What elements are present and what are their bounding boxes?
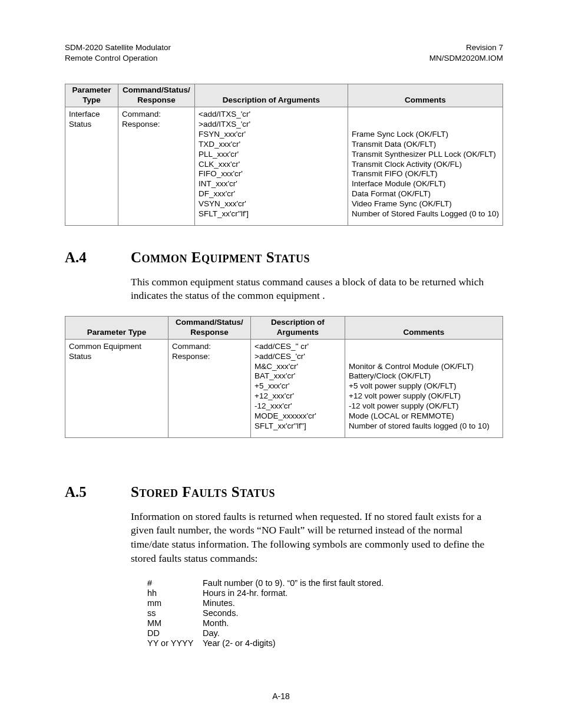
table-row: Interface Status Command: Response: <add… bbox=[65, 107, 503, 226]
table-row: Common Equipment Status Command: Respons… bbox=[65, 339, 503, 437]
header-right-line2: MN/SDM2020M.IOM bbox=[429, 53, 503, 64]
section-title: Stored Faults Status bbox=[131, 484, 275, 500]
page: SDM-2020 Satellite Modulator Remote Cont… bbox=[0, 0, 562, 728]
symbol-value: Minutes. bbox=[203, 598, 235, 608]
t1-csr: Command: Response: bbox=[118, 107, 195, 226]
t2-param: Common Equipment Status bbox=[65, 339, 168, 437]
section-title: Common Equipment Status bbox=[131, 249, 310, 266]
section-number: A.5 bbox=[65, 484, 131, 500]
symbol-key: YY or YYYY bbox=[147, 638, 203, 648]
symbol-row: DDDay. bbox=[147, 628, 503, 638]
symbol-definitions: #Fault number (0 to 9). “0” is the first… bbox=[147, 578, 503, 648]
symbol-row: YY or YYYYYear (2- or 4-digits) bbox=[147, 638, 503, 648]
t2-h-comments: Comments bbox=[345, 317, 503, 340]
symbol-value: Year (2- or 4-digits) bbox=[203, 638, 276, 648]
symbol-key: mm bbox=[147, 598, 203, 608]
symbol-row: ssSeconds. bbox=[147, 608, 503, 618]
symbol-key: DD bbox=[147, 628, 203, 638]
symbol-key: # bbox=[147, 578, 203, 588]
t2-csr: Command: Response: bbox=[168, 339, 251, 437]
symbol-key: ss bbox=[147, 608, 203, 618]
section-a5-heading: A.5 Stored Faults Status bbox=[65, 484, 503, 500]
t1-h-comments: Comments bbox=[348, 84, 503, 107]
symbol-row: hhHours in 24-hr. format. bbox=[147, 588, 503, 598]
t1-comments: Frame Sync Lock (OK/FLT) Transmit Data (… bbox=[348, 107, 503, 226]
t2-h-csr: Command/Status/Response bbox=[168, 317, 251, 340]
section-a5-paragraph: Information on stored faults is returned… bbox=[131, 510, 503, 566]
symbol-value: Fault number (0 to 9). “0” is the first … bbox=[203, 578, 384, 588]
header-left: SDM-2020 Satellite Modulator Remote Cont… bbox=[65, 42, 171, 64]
symbol-row: MMMonth. bbox=[147, 618, 503, 628]
t2-comments: Monitor & Control Module (OK/FLT) Batter… bbox=[345, 339, 503, 437]
section-number: A.4 bbox=[65, 249, 131, 266]
page-header: SDM-2020 Satellite Modulator Remote Cont… bbox=[65, 42, 503, 64]
header-right-line1: Revision 7 bbox=[429, 42, 503, 53]
t1-h-csr: Command/Status/Response bbox=[118, 84, 195, 107]
symbol-value: Hours in 24-hr. format. bbox=[203, 588, 287, 598]
t1-args: <add/ITXS_'cr' >add/ITXS_'cr' FSYN_xxx'c… bbox=[195, 107, 348, 226]
header-left-line2: Remote Control Operation bbox=[65, 53, 171, 64]
symbol-value: Seconds. bbox=[203, 608, 238, 618]
common-equipment-status-table: Parameter Type Command/Status/Response D… bbox=[65, 316, 503, 438]
t1-param: Interface Status bbox=[65, 107, 118, 226]
t2-args: <add/CES_'' cr' >add/CES_'cr' M&C_xxx'cr… bbox=[251, 339, 345, 437]
section-a4-paragraph: This common equipment status command cau… bbox=[131, 275, 503, 303]
page-footer: A-18 bbox=[0, 691, 562, 701]
symbol-key: MM bbox=[147, 618, 203, 628]
t1-h-args: Description of Arguments bbox=[195, 84, 348, 107]
symbol-row: mmMinutes. bbox=[147, 598, 503, 608]
header-right: Revision 7 MN/SDM2020M.IOM bbox=[429, 42, 503, 64]
t2-h-args: Description ofArguments bbox=[251, 317, 345, 340]
symbol-row: #Fault number (0 to 9). “0” is the first… bbox=[147, 578, 503, 588]
interface-status-table: ParameterType Command/Status/Response De… bbox=[65, 84, 503, 225]
section-a4-heading: A.4 Common Equipment Status bbox=[65, 249, 503, 266]
symbol-value: Month. bbox=[203, 618, 229, 628]
t1-h-param: ParameterType bbox=[65, 84, 118, 107]
symbol-key: hh bbox=[147, 588, 203, 598]
header-left-line1: SDM-2020 Satellite Modulator bbox=[65, 42, 171, 53]
t2-h-param: Parameter Type bbox=[65, 317, 168, 340]
symbol-value: Day. bbox=[203, 628, 220, 638]
